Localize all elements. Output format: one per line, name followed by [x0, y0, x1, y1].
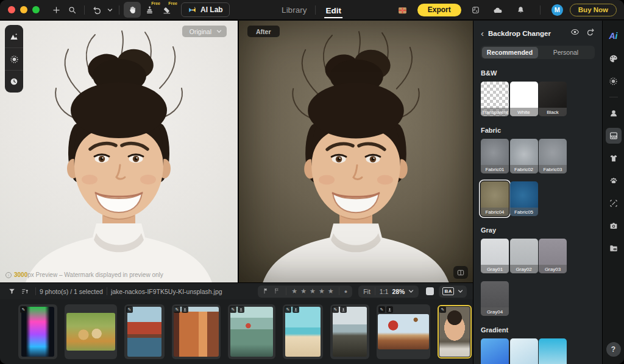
- backdrop-swatch-fabric05[interactable]: Fabric05: [510, 181, 538, 216]
- help-button[interactable]: ?: [606, 342, 621, 357]
- filmstrip-thumb-alley[interactable]: ✎: [172, 304, 221, 359]
- star-icon[interactable]: ★: [291, 288, 297, 295]
- butterfly-icon: [188, 5, 197, 15]
- halftone-icon[interactable]: [606, 73, 622, 89]
- filmstrip-thumb-portrait[interactable]: ✎: [438, 304, 472, 359]
- folder-icon[interactable]: [606, 240, 622, 256]
- history-clock-icon[interactable]: [5, 70, 23, 93]
- search-icon[interactable]: [64, 2, 80, 17]
- backdrop-swatch-fabric03[interactable]: Fabric03: [539, 139, 567, 173]
- hand-tool-button[interactable]: [124, 2, 141, 18]
- avatar[interactable]: M: [551, 4, 563, 16]
- edited-badge: ✎: [126, 306, 133, 313]
- ai-logo[interactable]: Ai: [606, 28, 622, 44]
- zoom-window-button[interactable]: [32, 6, 40, 13]
- filmstrip-thumb-cliff[interactable]: ✎: [330, 304, 369, 359]
- edited-badge: ✎: [174, 306, 180, 313]
- eraser-tool-button[interactable]: Free: [158, 2, 175, 18]
- tokyo-thumbnail: [230, 307, 273, 357]
- original-image-pane[interactable]: Original i 3000px Preview – Watermark di…: [0, 21, 238, 282]
- backdrop-swatch-gradient01[interactable]: Gradient01: [481, 338, 509, 364]
- panel-tabs: Recommended Personal: [481, 46, 595, 59]
- close-window-button[interactable]: [8, 6, 15, 13]
- undo-icon[interactable]: [89, 2, 105, 17]
- background-color-swatch[interactable]: [426, 287, 434, 295]
- mode-tabs: Library Edit: [282, 0, 342, 20]
- original-version-dropdown[interactable]: Original: [182, 26, 227, 37]
- filmstrip-thumb-balloons[interactable]: ✎: [377, 304, 430, 359]
- filter-icon[interactable]: [5, 285, 18, 298]
- paw-icon[interactable]: [606, 173, 622, 189]
- swatch-label: Gray03: [539, 265, 567, 273]
- camera-icon[interactable]: [606, 218, 622, 234]
- backdrop-swatch-gray01[interactable]: Gray01: [481, 239, 509, 273]
- buy-now-button[interactable]: Buy Now: [570, 4, 617, 16]
- tab-personal[interactable]: Personal: [538, 47, 594, 58]
- one-to-one-button[interactable]: 1:1: [380, 288, 389, 295]
- backdrop-swatch-gradient03[interactable]: Gradient03: [539, 338, 567, 364]
- color-label-icon[interactable]: ●: [344, 289, 347, 295]
- gift-mail-icon[interactable]: [395, 2, 411, 17]
- cloud-sync-icon[interactable]: [491, 2, 506, 17]
- star-icon[interactable]: ★: [319, 288, 325, 295]
- backdrop-swatch-transparent[interactable]: Transparent: [481, 82, 509, 116]
- export-button[interactable]: Export: [417, 4, 461, 16]
- tab-edit[interactable]: Edit: [324, 3, 342, 18]
- backdrop-swatch-gray03[interactable]: Gray03: [539, 239, 567, 273]
- flag-pick-icon[interactable]: [263, 287, 270, 296]
- mask-icon[interactable]: [5, 47, 23, 70]
- filmstrip: ✎✎✎✎✎✎✎✎: [0, 299, 473, 364]
- zoom-level-dropdown[interactable]: 28%: [392, 288, 405, 295]
- backdrop-swatch-fabric01[interactable]: Fabric01: [481, 139, 509, 173]
- notifications-bell-icon[interactable]: [513, 2, 529, 17]
- backdrop-swatch-gradient02[interactable]: Gradient02: [510, 338, 538, 364]
- backdrop-icon[interactable]: [606, 128, 622, 144]
- split-view-toggle-button[interactable]: [453, 266, 468, 279]
- extensions-icon[interactable]: [468, 2, 484, 17]
- reset-icon[interactable]: [586, 27, 595, 39]
- clone-stamp-tool-button[interactable]: Free: [141, 2, 158, 18]
- window-controls: [8, 6, 40, 13]
- filmstrip-thumb-beach[interactable]: ✎: [283, 304, 323, 359]
- tools-rail: Ai ?: [602, 21, 624, 364]
- balloons-thumbnail: [378, 314, 429, 349]
- tab-recommended[interactable]: Recommended: [482, 47, 538, 58]
- filmstrip-thumb-canal-houses[interactable]: ✎: [124, 304, 165, 359]
- flag-reject-icon[interactable]: [274, 287, 281, 296]
- sort-icon[interactable]: [18, 285, 32, 298]
- preview-eye-icon[interactable]: [570, 27, 580, 39]
- enhance-icon[interactable]: [5, 25, 23, 47]
- add-photos-icon[interactable]: [48, 2, 64, 17]
- after-image-pane[interactable]: After: [239, 21, 473, 282]
- backdrop-swatch-fabric02[interactable]: Fabric02: [510, 139, 538, 173]
- clothes-icon[interactable]: [606, 150, 622, 166]
- ai-lab-button[interactable]: AI Lab: [181, 2, 230, 17]
- before-after-control[interactable]: BA: [439, 285, 467, 298]
- backdrop-swatch-gray02[interactable]: Gray02: [510, 239, 538, 273]
- tab-library[interactable]: Library: [282, 5, 307, 15]
- filmstrip-thumb-neon-sign[interactable]: ✎: [18, 304, 57, 359]
- compare-canvas: Original i 3000px Preview – Watermark di…: [0, 21, 473, 282]
- star-icon[interactable]: ★: [300, 288, 307, 295]
- filmstrip-toolbar: 9 photo(s) / 1 selected jake-nackos-IF9T…: [0, 282, 473, 299]
- alley-thumbnail: [174, 307, 219, 357]
- undo-history-chevron-icon[interactable]: [105, 2, 115, 17]
- backdrop-swatch-white[interactable]: White: [510, 82, 538, 116]
- palette-icon[interactable]: [606, 51, 622, 66]
- portrait-icon[interactable]: [606, 105, 622, 121]
- swatch-label: Gray04: [481, 307, 509, 316]
- star-icon[interactable]: ★: [310, 288, 316, 295]
- star-icon[interactable]: ★: [328, 288, 334, 295]
- panel-title: Backdrop Changer: [488, 30, 551, 37]
- after-portrait-photo: [239, 21, 473, 282]
- chevron-down-icon: [216, 29, 222, 33]
- back-chevron-icon[interactable]: ‹: [481, 30, 484, 37]
- backdrop-swatch-black[interactable]: Black: [539, 82, 567, 116]
- filmstrip-thumb-tokyo[interactable]: ✎: [228, 304, 275, 359]
- backdrop-swatch-gray04[interactable]: Gray04: [481, 281, 509, 316]
- fit-button[interactable]: Fit: [363, 288, 370, 295]
- frame-icon[interactable]: [606, 195, 622, 211]
- minimize-window-button[interactable]: [20, 6, 27, 13]
- backdrop-swatch-fabric04[interactable]: Fabric04: [481, 181, 509, 216]
- filmstrip-thumb-puppies[interactable]: [65, 304, 117, 359]
